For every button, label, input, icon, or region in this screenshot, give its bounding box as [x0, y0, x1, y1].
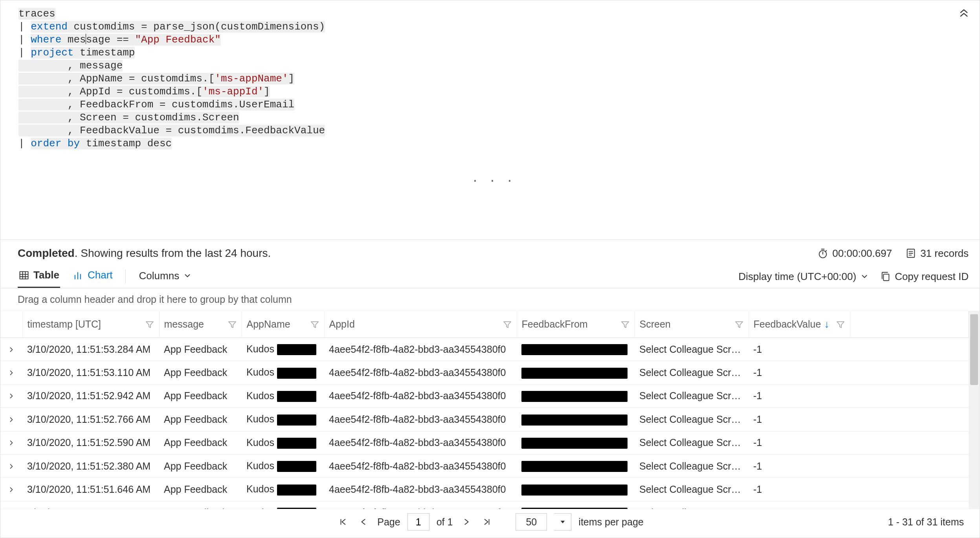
cell-appname: Kudos	[242, 431, 324, 454]
expand-row-button[interactable]	[0, 454, 22, 477]
filter-icon[interactable]	[620, 320, 630, 329]
filter-icon[interactable]	[228, 320, 237, 329]
cell-appname: Kudos	[242, 384, 324, 407]
tab-chart[interactable]: Chart	[72, 265, 114, 288]
filter-icon[interactable]	[836, 320, 845, 329]
cell-feedbackfrom	[517, 501, 635, 509]
page-last-button[interactable]	[480, 515, 494, 529]
expand-row-button[interactable]	[0, 384, 22, 407]
page-prev-button[interactable]	[357, 515, 370, 529]
col-feedbackvalue[interactable]: FeedbackValue↓	[749, 311, 850, 338]
filter-icon[interactable]	[145, 320, 154, 329]
redacted-text	[277, 368, 316, 379]
cell-appid: 4aee54f2-f8fb-4a82-bbd3-aa34554380f0	[324, 338, 517, 361]
table-row[interactable]: 3/10/2020, 11:51:52.766 AMApp FeedbackKu…	[0, 408, 969, 431]
cell-feedbackvalue: -1	[749, 478, 850, 501]
sort-down-icon: ↓	[824, 318, 829, 330]
col-appname[interactable]: AppName	[242, 311, 324, 338]
table-row[interactable]: 3/10/2020, 11:51:51.646 AMApp FeedbackKu…	[0, 478, 969, 501]
expand-row-button[interactable]	[0, 478, 22, 501]
query-editor[interactable]: traces | extend customdims = parse_json(…	[0, 0, 980, 240]
kw-where: where	[31, 34, 61, 46]
tab-table[interactable]: Table	[18, 265, 60, 288]
expand-row-button[interactable]	[0, 338, 22, 361]
vertical-scrollbar[interactable]	[969, 311, 980, 509]
expand-row-button[interactable]	[0, 361, 22, 384]
table-row[interactable]: 3/10/2020, 11:51:52.590 AMApp FeedbackKu…	[0, 431, 969, 454]
cell-message: App Feedback	[159, 384, 242, 407]
cell-feedbackfrom	[517, 361, 635, 384]
collapse-editor-button[interactable]	[956, 5, 972, 21]
cell-appid: 4aee54f2-f8fb-4a82-bbd3-aa34554380f0	[324, 501, 517, 509]
col-timestamp[interactable]: timestamp [UTC]	[22, 311, 159, 338]
cell-feedbackvalue: -1	[749, 454, 850, 477]
cell-feedbackfrom	[517, 454, 635, 477]
chevron-down-icon	[183, 271, 192, 280]
table-row[interactable]: 3/10/2020, 11:51:52.380 AMApp FeedbackKu…	[0, 454, 969, 477]
table-icon	[18, 270, 29, 281]
page-label: Page	[377, 516, 400, 528]
redacted-text	[521, 391, 628, 402]
cell-screen: Select Colleague Screen	[635, 338, 749, 361]
table-row[interactable]: 3/10/2020, 11:51:52.942 AMApp FeedbackKu…	[0, 384, 969, 407]
filter-icon[interactable]	[310, 320, 319, 329]
cell-feedbackfrom	[517, 408, 635, 431]
results-table: timestamp [UTC] message AppName AppId Fe…	[0, 311, 969, 509]
col-appid[interactable]: AppId	[324, 311, 517, 338]
kw-orderby: order by	[31, 138, 80, 149]
group-by-drop-zone[interactable]: Drag a column header and drop it here to…	[0, 288, 980, 311]
per-page-dropdown[interactable]	[554, 513, 571, 531]
redacted-text	[521, 461, 628, 472]
col-feedbackfrom[interactable]: FeedbackFrom	[517, 311, 635, 338]
filter-icon[interactable]	[503, 320, 512, 329]
record-count: 31 records	[905, 247, 969, 260]
table-row[interactable]: 3/10/2020, 11:51:50.640 AMApp FeedbackKu…	[0, 501, 969, 509]
cell-timestamp: 3/10/2020, 11:51:51.646 AM	[22, 478, 159, 501]
cell-timestamp: 3/10/2020, 11:51:53.110 AM	[22, 361, 159, 384]
expand-row-button[interactable]	[0, 431, 22, 454]
cell-appid: 4aee54f2-f8fb-4a82-bbd3-aa34554380f0	[324, 431, 517, 454]
cell-message: App Feedback	[159, 408, 242, 431]
page-next-button[interactable]	[460, 515, 473, 529]
redacted-text	[277, 461, 316, 472]
redacted-text	[521, 368, 628, 379]
cell-appid: 4aee54f2-f8fb-4a82-bbd3-aa34554380f0	[324, 361, 517, 384]
copy-icon	[880, 271, 891, 282]
cell-timestamp: 3/10/2020, 11:51:53.284 AM	[22, 338, 159, 361]
cell-timestamp: 3/10/2020, 11:51:50.640 AM	[22, 501, 159, 509]
cell-appname: Kudos	[242, 338, 324, 361]
col-message[interactable]: message	[159, 311, 242, 338]
page-of-label: of 1	[437, 516, 453, 528]
filter-icon[interactable]	[734, 320, 744, 329]
svg-marker-17	[146, 322, 153, 328]
svg-marker-20	[504, 322, 511, 328]
editor-resize-handle[interactable]: · · ·	[18, 175, 968, 190]
cell-timestamp: 3/10/2020, 11:51:52.942 AM	[22, 384, 159, 407]
kw-extend: extend	[31, 21, 68, 33]
records-icon	[905, 248, 916, 259]
cell-message: App Feedback	[159, 338, 242, 361]
cell-feedbackfrom	[517, 338, 635, 361]
columns-button[interactable]: Columns	[138, 266, 194, 287]
expand-row-button[interactable]	[0, 501, 22, 509]
page-first-button[interactable]	[336, 515, 350, 529]
svg-line-3	[826, 251, 827, 251]
col-screen[interactable]: Screen	[635, 311, 749, 338]
cell-screen: Select Colleague Screen	[635, 384, 749, 407]
cell-screen: Select Colleague Screen	[635, 361, 749, 384]
cell-message: App Feedback	[159, 431, 242, 454]
pager-range: 1 - 31 of 31 items	[888, 516, 964, 528]
cell-message: App Feedback	[159, 501, 242, 509]
redacted-text	[521, 415, 628, 426]
table-row[interactable]: 3/10/2020, 11:51:53.110 AMApp FeedbackKu…	[0, 361, 969, 384]
status-completed: Completed	[18, 247, 75, 259]
cell-screen: Select Colleague Screen	[635, 478, 749, 501]
cell-message: App Feedback	[159, 478, 242, 501]
table-row[interactable]: 3/10/2020, 11:51:53.284 AMApp FeedbackKu…	[0, 338, 969, 361]
scrollbar-thumb[interactable]	[970, 314, 978, 385]
copy-request-id-button[interactable]: Copy request ID	[880, 271, 969, 283]
page-number-input[interactable]	[407, 513, 429, 531]
pager: Page of 1 50 items per page 1 - 31 of 31…	[0, 509, 980, 538]
expand-row-button[interactable]	[0, 408, 22, 431]
display-time-button[interactable]: Display time (UTC+00:00)	[738, 271, 869, 283]
